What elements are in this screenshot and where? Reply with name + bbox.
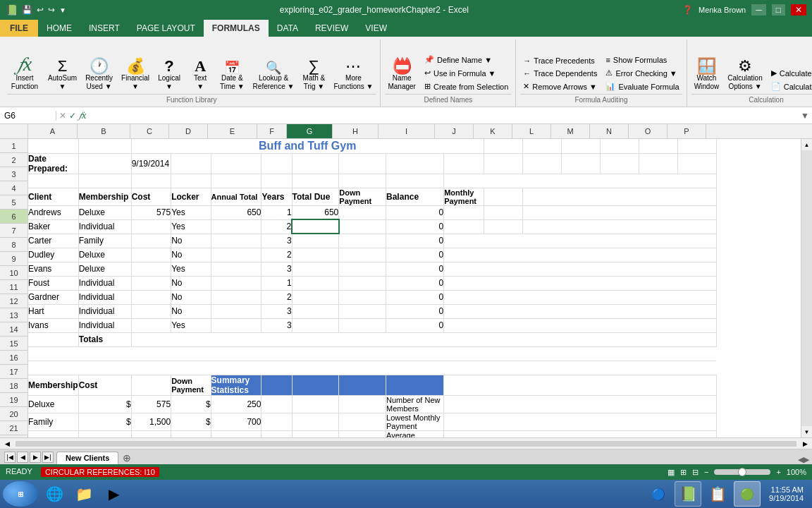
cell-B17[interactable]: Cost bbox=[78, 375, 131, 395]
cell-I17[interactable] bbox=[386, 375, 444, 395]
cell-J3[interactable] bbox=[444, 174, 717, 188]
cell-F4[interactable]: Years bbox=[262, 188, 292, 205]
text-btn[interactable]: A Text▼ bbox=[186, 57, 214, 92]
cell-rest8[interactable] bbox=[444, 248, 717, 262]
cell-D20dp[interactable]: $ bbox=[171, 430, 211, 437]
cell-D8[interactable]: No bbox=[171, 248, 211, 262]
calculation-options-btn[interactable]: ⚙ CalculationOptions ▼ bbox=[725, 57, 765, 92]
row-header-19[interactable]: 19 bbox=[0, 393, 27, 407]
row-header-6[interactable]: 6 bbox=[0, 210, 27, 224]
cell-C19[interactable]: 1,500 bbox=[131, 413, 171, 430]
autosum-btn[interactable]: Σ AutoSum▼ bbox=[45, 57, 80, 92]
cell-C17[interactable] bbox=[131, 375, 171, 395]
create-from-selection-btn[interactable]: ⊞ Create from Selection bbox=[422, 80, 511, 92]
cell-B1[interactable] bbox=[78, 139, 131, 153]
taskbar-media[interactable]: ▶ bbox=[100, 481, 127, 507]
calculate-now-btn[interactable]: ▶ Calculate Now bbox=[768, 67, 812, 79]
taskbar-app3[interactable]: 📋 bbox=[704, 481, 731, 507]
tab-data[interactable]: DATA bbox=[269, 20, 307, 37]
cell-G18[interactable] bbox=[292, 395, 339, 413]
cell-C8[interactable] bbox=[131, 248, 171, 262]
cell-L1[interactable] bbox=[522, 139, 561, 153]
cell-C2[interactable]: 9/19/2014 bbox=[131, 153, 171, 174]
cell-C7[interactable] bbox=[131, 234, 171, 248]
recently-used-btn[interactable]: 🕐 RecentlyUsed ▼ bbox=[82, 57, 116, 92]
cell-E18dpval[interactable]: 250 bbox=[211, 395, 262, 413]
cell-E6[interactable] bbox=[211, 219, 262, 234]
cell-F20[interactable] bbox=[262, 430, 292, 437]
cell-H4[interactable]: Down Payment bbox=[339, 188, 386, 205]
cell-A11[interactable]: Gardner bbox=[28, 290, 78, 304]
scroll-up-btn[interactable]: ▲ bbox=[801, 139, 812, 150]
cell-K5[interactable] bbox=[484, 205, 522, 219]
cell-rest14[interactable] bbox=[131, 332, 716, 346]
cell-C3[interactable] bbox=[131, 174, 171, 188]
col-header-D[interactable]: D bbox=[169, 124, 208, 138]
cell-F5[interactable]: 1 bbox=[262, 205, 292, 219]
cell-C18[interactable]: 575 bbox=[131, 395, 171, 413]
use-in-formula-btn[interactable]: ↩ Use in Formula ▼ bbox=[422, 67, 511, 79]
cell-I12[interactable]: 0 bbox=[386, 304, 444, 318]
cell-A19[interactable]: Family bbox=[28, 413, 78, 430]
tab-insert[interactable]: INSERT bbox=[80, 20, 128, 37]
lookup-btn[interactable]: 🔍 Lookup &Reference ▼ bbox=[250, 60, 297, 92]
vertical-scrollbar[interactable]: ▲ ▼ bbox=[801, 139, 812, 437]
cell-G19[interactable] bbox=[292, 413, 339, 430]
cell-I19[interactable]: Lowest Monthly Payment bbox=[386, 413, 444, 430]
cell-F9[interactable]: 3 bbox=[262, 262, 292, 276]
cell-D18dp[interactable]: $ bbox=[171, 395, 211, 413]
confirm-formula-btn[interactable]: ✓ bbox=[69, 111, 76, 121]
cell-B7[interactable]: Family bbox=[78, 234, 131, 248]
cell-A20[interactable]: Individual bbox=[28, 430, 78, 437]
cell-E8[interactable] bbox=[211, 248, 262, 262]
name-manager-btn[interactable]: 📛 NameManager bbox=[385, 57, 418, 92]
row-header-14[interactable]: 14 bbox=[0, 322, 27, 337]
sheet-nav-first[interactable]: |◀ bbox=[4, 452, 16, 463]
cell-G10[interactable] bbox=[292, 276, 339, 290]
cell-D3[interactable] bbox=[171, 174, 211, 188]
cell-H7[interactable] bbox=[339, 234, 386, 248]
cell-rest17[interactable] bbox=[444, 375, 717, 395]
cell-E20dpval[interactable]: 150 bbox=[211, 430, 262, 437]
cell-A3[interactable] bbox=[28, 174, 78, 188]
cell-K2[interactable] bbox=[484, 153, 522, 174]
col-header-N[interactable]: N bbox=[590, 124, 629, 138]
cell-K6[interactable] bbox=[484, 219, 522, 234]
scroll-down-btn[interactable]: ▼ bbox=[801, 426, 812, 437]
cell-G3[interactable] bbox=[292, 174, 339, 188]
cell-G13[interactable] bbox=[292, 318, 339, 332]
cell-rest18[interactable] bbox=[444, 395, 717, 413]
cell-I9[interactable]: 0 bbox=[386, 262, 444, 276]
cell-I8[interactable]: 0 bbox=[386, 248, 444, 262]
cell-G20[interactable] bbox=[292, 430, 339, 437]
cell-N2[interactable] bbox=[600, 153, 639, 174]
cell-I4[interactable]: Balance bbox=[386, 188, 444, 205]
cell-rest10[interactable] bbox=[444, 276, 717, 290]
scroll-right-btn[interactable]: ▶ bbox=[798, 440, 812, 447]
cell-B8[interactable]: Deluxe bbox=[78, 248, 131, 262]
taskbar-excel[interactable]: 🟢 bbox=[734, 481, 761, 507]
cell-P2[interactable] bbox=[677, 153, 716, 174]
show-formulas-btn[interactable]: ≡ Show Formulas bbox=[603, 54, 682, 66]
col-header-L[interactable]: L bbox=[512, 124, 551, 138]
logical-btn[interactable]: ? Logical▼ bbox=[155, 57, 183, 92]
cell-M2[interactable] bbox=[561, 153, 600, 174]
col-header-G[interactable]: G bbox=[287, 124, 333, 138]
cell-G6-selected[interactable] bbox=[292, 219, 339, 234]
view-layout-icon[interactable]: ⊞ bbox=[680, 468, 687, 477]
cell-C5[interactable]: 575 bbox=[131, 205, 171, 219]
row-header-10[interactable]: 10 bbox=[0, 266, 27, 280]
cell-rest20[interactable] bbox=[444, 430, 717, 437]
sheet-tab-new-clients[interactable]: New Clients bbox=[56, 452, 118, 464]
cell-C4[interactable]: Cost bbox=[131, 188, 171, 205]
cell-H13[interactable] bbox=[339, 318, 386, 332]
cell-B10[interactable]: Individual bbox=[78, 276, 131, 290]
cell-F18[interactable] bbox=[262, 395, 292, 413]
cell-D12[interactable]: No bbox=[171, 304, 211, 318]
row-header-17[interactable]: 17 bbox=[0, 365, 27, 379]
col-header-K[interactable]: K bbox=[474, 124, 512, 138]
cell-I13[interactable]: 0 bbox=[386, 318, 444, 332]
sheet-nav-prev[interactable]: ◀ bbox=[17, 452, 28, 463]
cell-B11[interactable]: Individual bbox=[78, 290, 131, 304]
cell-P1[interactable] bbox=[677, 139, 716, 153]
